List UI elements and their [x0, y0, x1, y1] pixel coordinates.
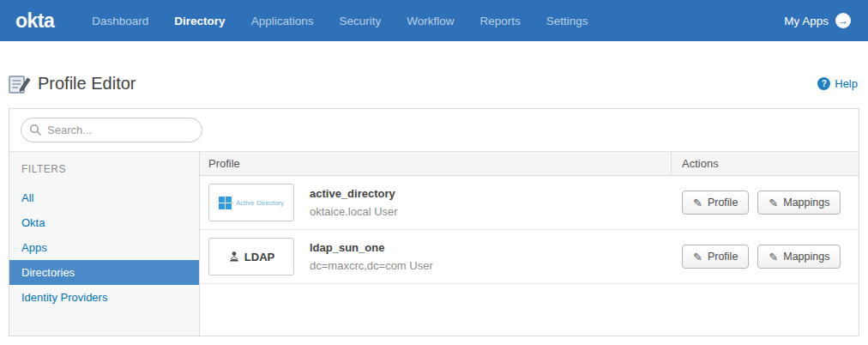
table-row: LDAP ldap_sun_one dc=maxcrc,dc=com User …: [200, 230, 859, 284]
arrow-right-icon: →: [835, 13, 851, 28]
help-label: Help: [835, 77, 858, 90]
pencil-icon: ✎: [769, 251, 778, 263]
pencil-icon: ✎: [693, 251, 702, 263]
mappings-button[interactable]: ✎ Mappings: [757, 191, 841, 215]
filters-title: FILTERS: [9, 152, 199, 185]
ldap-logo: LDAP: [208, 238, 294, 275]
nav-item-applications[interactable]: Applications: [251, 15, 314, 27]
filter-item-okta[interactable]: Okta: [9, 210, 199, 235]
nav-links: Dashboard Directory Applications Securit…: [92, 15, 588, 27]
profile-button[interactable]: ✎ Profile: [682, 191, 749, 215]
column-header-profile: Profile: [200, 152, 672, 175]
nav-item-settings[interactable]: Settings: [546, 15, 588, 27]
mappings-button[interactable]: ✎ Mappings: [757, 245, 841, 269]
filters-sidebar: FILTERS All Okta Apps Directories Identi…: [9, 151, 200, 336]
profiles-table: Profile Actions Active Directory active_…: [200, 151, 859, 336]
profile-subtitle: oktaice.local User: [310, 205, 398, 218]
mappings-button-label: Mappings: [783, 197, 829, 209]
active-directory-logo: Active Directory: [208, 184, 294, 221]
row-actions: ✎ Profile ✎ Mappings: [672, 191, 859, 215]
profile-editor-icon: [9, 75, 31, 94]
profile-button-label: Profile: [708, 251, 738, 263]
row-actions: ✎ Profile ✎ Mappings: [672, 245, 859, 269]
nav-item-security[interactable]: Security: [339, 15, 381, 27]
page-title: Profile Editor: [38, 74, 136, 94]
mappings-button-label: Mappings: [783, 251, 829, 263]
profile-name: ldap_sun_one: [310, 241, 433, 254]
table-row: Active Directory active_directory oktaic…: [200, 176, 859, 230]
windows-flag-icon: [219, 197, 232, 209]
profile-button-label: Profile: [708, 197, 738, 209]
pencil-icon: ✎: [769, 197, 778, 209]
search-bar: [9, 109, 859, 151]
filter-item-all[interactable]: All: [9, 185, 199, 210]
page-header: Profile Editor ? Help: [9, 74, 858, 94]
my-apps-label: My Apps: [784, 15, 829, 27]
panel-body: FILTERS All Okta Apps Directories Identi…: [9, 151, 859, 336]
nav-item-reports[interactable]: Reports: [479, 15, 520, 27]
profile-editor-panel: FILTERS All Okta Apps Directories Identi…: [9, 108, 859, 336]
person-icon: [228, 251, 240, 263]
question-icon: ?: [817, 77, 830, 90]
profile-button[interactable]: ✎ Profile: [682, 245, 749, 269]
table-header: Profile Actions: [200, 151, 859, 176]
nav-item-workflow[interactable]: Workflow: [407, 15, 454, 27]
logo-text: LDAP: [244, 251, 274, 263]
logo-text: Active Directory: [236, 199, 284, 207]
search-icon: [29, 124, 41, 136]
nav-item-dashboard[interactable]: Dashboard: [92, 15, 148, 27]
my-apps-link[interactable]: My Apps →: [784, 13, 851, 28]
top-nav: okta Dashboard Directory Applications Se…: [0, 0, 868, 41]
nav-item-directory[interactable]: Directory: [174, 15, 225, 27]
profile-info: ldap_sun_one dc=maxcrc,dc=com User: [310, 241, 433, 272]
filter-item-identity-providers[interactable]: Identity Providers: [9, 285, 199, 310]
profile-name: active_directory: [310, 187, 398, 200]
profile-info: active_directory oktaice.local User: [310, 187, 398, 218]
profile-subtitle: dc=maxcrc,dc=com User: [310, 259, 433, 272]
filter-item-apps[interactable]: Apps: [9, 235, 199, 260]
filter-item-directories[interactable]: Directories: [9, 260, 199, 285]
help-link[interactable]: ? Help: [817, 77, 858, 90]
okta-logo[interactable]: okta: [15, 9, 54, 33]
pencil-icon: ✎: [693, 197, 702, 209]
search-input[interactable]: [21, 118, 202, 142]
column-header-actions: Actions: [672, 157, 859, 170]
